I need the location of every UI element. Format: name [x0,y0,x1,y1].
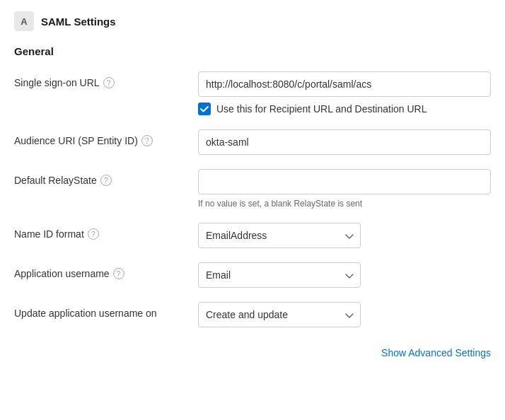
page-container: A SAML Settings General Single sign-on U… [0,0,505,420]
default-relay-state-row: Default RelayState ? If no value is set,… [14,169,491,209]
default-relay-state-label: Default RelayState ? [14,169,198,186]
update-application-username-label: Update application username on [14,302,198,319]
name-id-format-select[interactable]: EmailAddress Unspecified x509SubjectName… [198,223,361,248]
recipient-url-checkbox-row: Use this for Recipient URL and Destinati… [198,103,491,115]
update-application-username-select[interactable]: Create and update Create only [198,302,361,327]
audience-uri-input[interactable] [198,129,491,155]
audience-uri-help-icon[interactable]: ? [141,135,153,146]
application-username-controls: Email Okta username Custom [198,262,491,288]
update-application-username-row: Update application username on Create an… [14,302,491,327]
default-relay-state-help-icon[interactable]: ? [100,175,112,186]
single-sign-on-url-input[interactable] [198,71,491,97]
application-username-select[interactable]: Email Okta username Custom [198,262,361,288]
page-title: SAML Settings [41,16,116,28]
application-username-select-wrapper: Email Okta username Custom [198,262,361,288]
name-id-format-controls: EmailAddress Unspecified x509SubjectName… [198,223,491,248]
default-relay-state-controls: If no value is set, a blank RelayState i… [198,169,491,209]
update-application-username-controls: Create and update Create only [198,302,491,327]
name-id-format-select-wrapper: EmailAddress Unspecified x509SubjectName… [198,223,361,248]
audience-uri-row: Audience URI (SP Entity ID) ? [14,129,491,155]
header-icon: A [14,11,34,31]
section-title: General [14,45,491,57]
audience-uri-label: Audience URI (SP Entity ID) ? [14,129,198,146]
show-advanced-settings-section: Show Advanced Settings [14,342,491,358]
application-username-row: Application username ? Email Okta userna… [14,262,491,288]
audience-uri-controls [198,129,491,155]
single-sign-on-url-row: Single sign-on URL ? Use this for Recipi… [14,71,491,115]
default-relay-state-input[interactable] [198,169,491,194]
recipient-url-checkbox-label: Use this for Recipient URL and Destinati… [216,103,427,115]
name-id-format-help-icon[interactable]: ? [88,228,99,240]
name-id-format-label: Name ID format ? [14,223,198,240]
header: A SAML Settings [14,11,491,31]
show-advanced-settings-button[interactable]: Show Advanced Settings [381,347,491,358]
single-sign-on-url-controls: Use this for Recipient URL and Destinati… [198,71,491,115]
name-id-format-row: Name ID format ? EmailAddress Unspecifie… [14,223,491,248]
single-sign-on-url-label: Single sign-on URL ? [14,71,198,88]
application-username-label: Application username ? [14,262,198,279]
single-sign-on-url-help-icon[interactable]: ? [103,77,115,88]
application-username-help-icon[interactable]: ? [113,268,124,279]
recipient-url-checkbox[interactable] [198,103,211,115]
default-relay-state-hint: If no value is set, a blank RelayState i… [198,199,491,209]
update-application-username-select-wrapper: Create and update Create only [198,302,361,327]
header-icon-label: A [21,16,27,27]
